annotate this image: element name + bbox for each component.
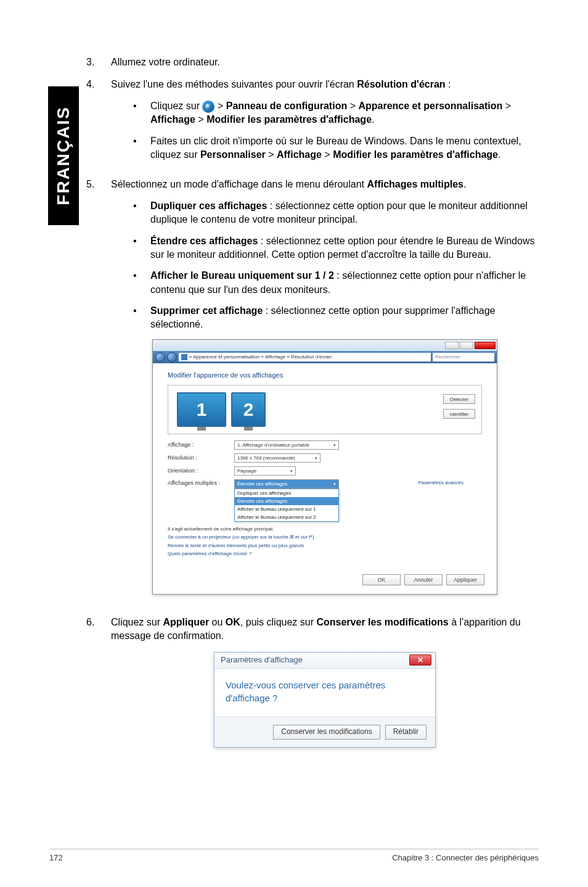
step5-bullet4: Supprimer cet affichage : sélectionnez c…	[111, 304, 539, 332]
multiples-dropdown: Dupliquer ces affichages Étendre ces aff…	[234, 489, 339, 522]
page-footer: 172 Chapitre 3 : Connecter des périphéri…	[49, 849, 539, 862]
close-button[interactable]: ✕	[409, 654, 431, 666]
minimize-button[interactable]	[445, 342, 459, 349]
windows-start-icon	[202, 101, 214, 113]
text: Afficher le Bureau uniquement sur 1 / 2	[150, 270, 334, 281]
advanced-link[interactable]: Paramètres avancés	[419, 479, 463, 486]
monitor-number: 2	[243, 397, 254, 423]
value: Paysage	[237, 468, 256, 474]
label: OK	[377, 576, 385, 584]
monitor-number: 1	[197, 397, 207, 423]
explorer-navbar: « Apparence et personnalisation » Affich…	[153, 351, 497, 363]
text: Modifier les paramètres d'affichage	[333, 149, 498, 160]
text: >	[502, 101, 511, 111]
text: .	[463, 179, 466, 189]
step5-bullet1: Dupliquer ces affichages : sélectionnez …	[111, 199, 539, 227]
affichage-select[interactable]: 1. Affichage d'ordinateur portable▾	[234, 440, 339, 450]
orientation-select[interactable]: Paysage▾	[234, 466, 296, 476]
screenshot-confirm-dialog: Paramètres d'affichage ✕ Voulez-vous con…	[214, 652, 436, 748]
revert-button[interactable]: Rétablir	[385, 725, 427, 740]
chevron-down-icon: ▾	[333, 481, 336, 487]
step-number: 4.	[86, 78, 111, 169]
step4-bullet1: Cliquez sur > Panneau de configuration >…	[111, 99, 539, 127]
search-input[interactable]: Rechercher	[433, 353, 494, 361]
multiples-select[interactable]: Étendre ces affichages▾	[234, 479, 339, 489]
link-projector[interactable]: Se connecter à un projecteur (ou appuyer…	[168, 534, 482, 540]
step4-intro-bold: Résolution d'écran	[357, 79, 445, 89]
breadcrumb: « Apparence et personnalisation » Affich…	[189, 353, 332, 360]
step-number: 3.	[86, 56, 111, 69]
maximize-button[interactable]	[460, 342, 473, 349]
text: Panneau de configuration	[226, 101, 347, 111]
row-multiples: Affichages multiples : Étendre ces affic…	[168, 479, 482, 522]
dialog-title: Paramètres d'affichage	[221, 654, 303, 666]
dialog-buttons: Conserver les modifications Rétablir	[214, 717, 435, 747]
text: Affichage	[277, 149, 322, 160]
apply-button[interactable]: Appliquer	[446, 574, 484, 585]
label: Affichage :	[168, 441, 229, 449]
label: Afficher le Bureau uniquement sur 2	[237, 514, 316, 521]
dialog-footer: OK Annuler Appliquer	[153, 564, 497, 594]
label: Orientation :	[168, 467, 229, 475]
search-placeholder: Rechercher	[435, 353, 460, 360]
text: Dupliquer ces affichages	[150, 200, 267, 211]
window-titlebar	[153, 340, 497, 351]
cancel-button[interactable]: Annuler	[404, 574, 443, 585]
forward-button[interactable]	[167, 352, 177, 362]
step4-bullet2: Faites un clic droit n'importe où sur le…	[111, 134, 539, 162]
page-number: 172	[49, 853, 63, 862]
value: Étendre ces affichages	[237, 481, 287, 487]
back-button[interactable]	[155, 352, 165, 362]
dropdown-option[interactable]: Afficher le Bureau uniquement sur 1	[235, 505, 338, 513]
text: Personnaliser	[200, 149, 266, 160]
address-bar[interactable]: « Apparence et personnalisation » Affich…	[179, 353, 431, 361]
text: OK	[226, 617, 240, 627]
close-button[interactable]	[475, 342, 496, 349]
resolution-select[interactable]: 1366 x 768 (recommandé)▾	[234, 453, 321, 463]
row-orientation: Orientation : Paysage▾	[168, 466, 482, 476]
chevron-down-icon: ▾	[333, 442, 336, 448]
step4-intro-c: :	[446, 79, 451, 89]
detect-button[interactable]: Détecter	[443, 394, 475, 404]
text: >	[214, 101, 226, 111]
value: 1366 x 768 (recommandé)	[237, 455, 295, 461]
monitor-preview: 1 2 Détecter Identifier	[168, 385, 482, 434]
text: Modifier les paramètres d'affichage	[206, 114, 372, 125]
step-text: Allumez votre ordinateur.	[111, 56, 539, 69]
link-textsize[interactable]: Rendre le texte et d'autres éléments plu…	[168, 542, 482, 549]
label: Identifier	[450, 411, 469, 418]
dropdown-option[interactable]: Afficher le Bureau uniquement sur 2	[235, 513, 338, 521]
step-6: 6. Cliquez sur Appliquer ou OK, puis cli…	[86, 616, 539, 748]
label: Conserver les modifications	[281, 727, 372, 737]
language-tab: FRANÇAIS	[48, 86, 79, 225]
step-number: 5.	[86, 178, 111, 607]
step4-intro-a: Suivez l'une des méthodes suivantes pour…	[111, 79, 357, 89]
label: Résolution :	[168, 454, 229, 462]
text: >	[266, 149, 277, 160]
monitor-1[interactable]: 1	[177, 392, 226, 427]
text: Appliquer	[163, 617, 209, 627]
text: .	[372, 114, 374, 125]
monitor-2[interactable]: 2	[231, 392, 266, 427]
text: Cliquez sur	[111, 617, 163, 627]
identify-button[interactable]: Identifier	[443, 409, 475, 419]
label: Étendre ces affichages	[237, 498, 287, 505]
text: Conserver les modifications	[316, 617, 448, 627]
text: >	[195, 114, 206, 125]
folder-icon	[181, 354, 187, 360]
value: 1. Affichage d'ordinateur portable	[237, 442, 309, 448]
ok-button[interactable]: OK	[362, 574, 401, 585]
text: ou	[209, 617, 226, 627]
step5-bullet3: Afficher le Bureau uniquement sur 1 / 2 …	[111, 269, 539, 297]
dropdown-option[interactable]: Dupliquer ces affichages	[235, 489, 338, 497]
link-which[interactable]: Quels paramètres d'affichage choisir ?	[168, 550, 482, 557]
dropdown-option[interactable]: Étendre ces affichages	[235, 497, 338, 505]
text: Sélectionnez un mode d'affichage dans le…	[111, 179, 367, 189]
keep-button[interactable]: Conserver les modifications	[273, 725, 380, 740]
step-number: 6.	[86, 616, 111, 748]
dialog-message: Voulez-vous conserver ces paramètres d'a…	[214, 669, 435, 717]
help-links: Se connecter à un projecteur (ou appuyer…	[168, 534, 482, 557]
row-affichage: Affichage : 1. Affichage d'ordinateur po…	[168, 440, 482, 450]
text: Supprimer cet affichage	[150, 305, 263, 316]
step-3: 3. Allumez votre ordinateur.	[86, 56, 539, 69]
